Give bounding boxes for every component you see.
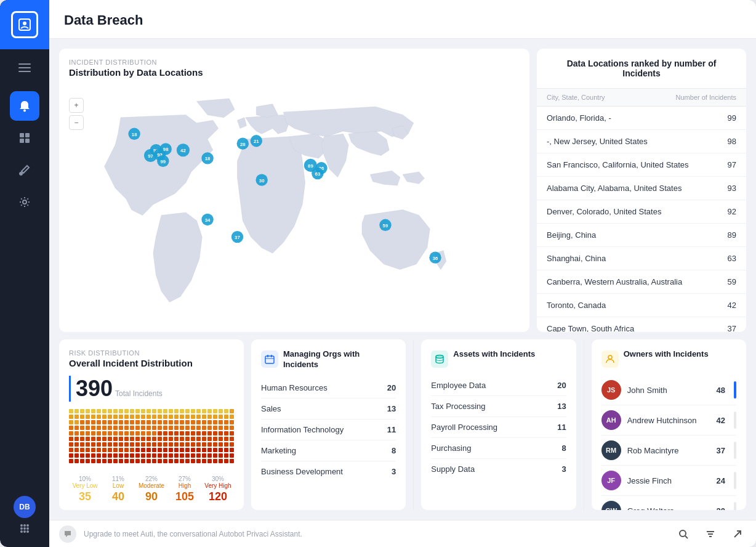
count-bar — [734, 442, 736, 459]
menu-toggle-button[interactable] — [0, 54, 49, 81]
risk-item-very-low: 10% Very Low 35 — [69, 476, 101, 503]
dot — [219, 453, 223, 458]
sidebar-item-alerts[interactable] — [10, 91, 39, 121]
list-item: Business Development 3 — [261, 461, 396, 482]
dot — [102, 415, 107, 419]
org-count: 3 — [392, 467, 396, 476]
dot — [102, 420, 107, 424]
owner-name: John Smith — [627, 386, 710, 395]
svg-point-17 — [26, 530, 29, 533]
app-logo[interactable] — [0, 0, 49, 49]
share-button[interactable] — [729, 525, 746, 543]
chat-prompt-text: Upgrade to meet Auti, the conversational… — [84, 530, 667, 538]
dot — [169, 431, 173, 436]
dot — [69, 437, 73, 441]
svg-point-15 — [20, 530, 23, 533]
sidebar-item-settings[interactable] — [10, 187, 39, 217]
dot — [180, 459, 184, 463]
dot — [86, 459, 90, 463]
asset-count: 3 — [561, 464, 566, 474]
count-text: 37 — [728, 324, 736, 332]
dot — [213, 420, 217, 424]
dot — [86, 415, 90, 419]
logo-icon — [11, 11, 38, 38]
dot — [141, 442, 145, 447]
dot — [141, 437, 145, 441]
dot — [108, 453, 112, 458]
dot — [163, 426, 167, 430]
svg-point-2 — [23, 110, 26, 112]
map-card-title: Distribution by Data Locations — [69, 67, 520, 78]
dot — [113, 426, 118, 430]
org-count: 8 — [392, 446, 396, 455]
dot — [158, 442, 162, 447]
dot — [169, 426, 173, 430]
dot — [80, 459, 84, 463]
dot — [130, 448, 134, 452]
grid-icon[interactable] — [19, 523, 30, 537]
dot-matrix: // We'll render dots inline via a helper… — [69, 409, 234, 471]
managing-orgs-card: Managing Orgs with Incidents Human Resou… — [251, 339, 406, 510]
dot — [180, 426, 184, 430]
dot — [196, 459, 201, 463]
filter-button[interactable] — [702, 525, 719, 543]
location-text: Beijing, China — [547, 230, 596, 240]
dot — [86, 442, 90, 447]
count-bar — [734, 411, 736, 429]
asset-label: Tax Processing — [431, 402, 485, 411]
dot — [191, 459, 195, 463]
table-row: San Francisco, California, United States… — [537, 153, 746, 177]
dot — [108, 431, 112, 436]
sidebar-item-dashboard[interactable] — [10, 123, 39, 153]
dot — [119, 437, 123, 441]
dot — [124, 415, 129, 419]
location-text: Cape Town, South Africa — [547, 324, 634, 332]
zoom-out-button[interactable]: − — [69, 115, 84, 130]
dot — [91, 426, 95, 430]
dot — [191, 442, 195, 447]
dot — [130, 459, 134, 463]
svg-text:42: 42 — [180, 148, 186, 153]
dot — [147, 437, 151, 441]
dot — [152, 459, 156, 463]
dot — [113, 459, 118, 463]
location-text: Alabama City, Alabama, United States — [547, 184, 682, 193]
dot — [91, 459, 95, 463]
dot — [174, 448, 179, 452]
dot — [108, 420, 112, 424]
dot — [224, 409, 228, 413]
dot — [213, 426, 217, 430]
dot — [74, 409, 79, 413]
dot — [152, 437, 156, 441]
sidebar-item-tools[interactable] — [10, 155, 39, 185]
dot — [113, 437, 118, 441]
owners-header: Owners with Incidents — [601, 349, 736, 368]
table-row: Canberra, Western Australia, Australia 5… — [537, 270, 746, 294]
zoom-in-button[interactable]: + — [69, 98, 84, 113]
dot — [108, 409, 112, 413]
search-button[interactable] — [675, 525, 692, 543]
avatar: RM — [601, 440, 621, 460]
dot — [91, 415, 95, 419]
dot — [97, 437, 101, 441]
user-avatar[interactable]: DB — [14, 496, 36, 518]
svg-point-9 — [20, 524, 23, 527]
dot — [80, 448, 84, 452]
dot — [174, 415, 179, 419]
svg-line-61 — [685, 536, 688, 538]
dot — [196, 442, 201, 447]
dot — [158, 431, 162, 436]
count-text: 99 — [728, 113, 736, 123]
dot — [86, 426, 90, 430]
dot — [130, 442, 134, 447]
dot — [74, 448, 79, 452]
dot — [163, 415, 167, 419]
dot — [185, 459, 190, 463]
location-text: Shanghai, China — [547, 254, 606, 263]
dot — [207, 420, 212, 424]
dot — [113, 453, 118, 458]
svg-rect-3 — [20, 133, 24, 137]
content-area: Incident Distribution Distribution by Da… — [49, 39, 756, 520]
risk-name-moderate: Moderate — [135, 482, 167, 489]
svg-text:30: 30 — [259, 178, 265, 184]
